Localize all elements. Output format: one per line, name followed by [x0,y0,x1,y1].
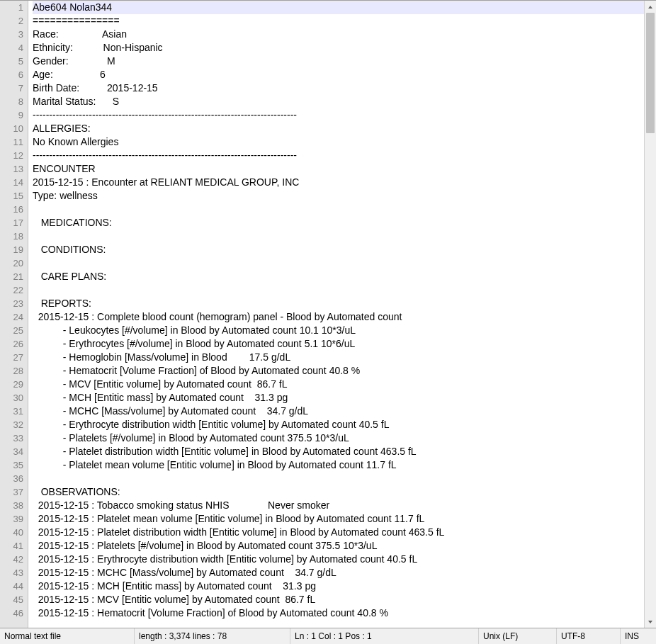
line-number: 13 [0,162,23,176]
line-number: 12 [0,149,23,162]
status-filetype: Normal text file [0,628,135,644]
text-line[interactable]: - Hematocrit [Volume Fraction] of Blood … [33,364,656,378]
text-line[interactable]: 2015-12-15 : MCV [Entitic volume] by Aut… [33,593,656,606]
scroll-up-button[interactable] [645,1,656,13]
line-number: 1 [0,1,23,14]
text-line[interactable]: 2015-12-15 : MCH [Entitic mass] by Autom… [33,580,656,593]
line-number: 15 [0,189,23,203]
line-number: 21 [0,270,23,283]
text-line[interactable]: MEDICATIONS: [33,216,656,230]
text-line[interactable]: - Erythrocyte distribution width [Entiti… [33,418,656,431]
text-line[interactable]: - Erythrocytes [#/volume] in Blood by Au… [33,337,656,351]
text-line[interactable]: REPORTS: [33,297,656,310]
line-number: 7 [0,81,23,95]
line-number: 35 [0,458,23,472]
line-number: 40 [0,526,23,539]
text-line[interactable]: No Known Allergies [33,135,656,149]
line-number: 6 [0,68,23,81]
line-number: 16 [0,203,23,216]
text-line[interactable]: 2015-12-15 : Erythrocyte distribution wi… [33,553,656,566]
text-line[interactable]: 2015-12-15 : Platelet mean volume [Entit… [33,512,656,526]
scrollbar-track[interactable] [645,13,656,616]
text-line[interactable]: Abe604 Nolan344 [33,1,656,14]
text-line[interactable]: ----------------------------------------… [33,149,656,162]
text-line[interactable]: 2015-12-15 : Platelets [#/volume] in Blo… [33,539,656,553]
text-line[interactable]: 2015-12-15 : Platelet distribution width… [33,526,656,539]
line-number: 9 [0,108,23,122]
text-line[interactable]: 2015-12-15 : MCHC [Mass/volume] by Autom… [33,566,656,580]
line-number: 33 [0,431,23,445]
text-line[interactable]: - Platelet distribution width [Entitic v… [33,445,656,458]
text-line[interactable] [33,256,656,270]
status-mode: INS [621,628,656,644]
line-number-gutter: 1234567891011121314151617181920212223242… [0,1,28,628]
line-number: 36 [0,472,23,485]
status-eol: Unix (LF) [479,628,557,644]
line-number: 4 [0,41,23,55]
text-line[interactable]: - MCV [Entitic volume] by Automated coun… [33,378,656,391]
text-line[interactable]: CARE PLANS: [33,270,656,283]
line-number: 22 [0,283,23,297]
text-line[interactable] [33,203,656,216]
status-length: length : 3,374 lines : 78 [135,628,290,644]
editor[interactable]: 1234567891011121314151617181920212223242… [0,0,656,628]
text-line[interactable]: Age: 6 [33,68,656,81]
text-line[interactable]: - Platelets [#/volume] in Blood by Autom… [33,431,656,445]
text-line[interactable] [33,283,656,297]
text-line[interactable] [33,230,656,243]
text-line[interactable]: Birth Date: 2015-12-15 [33,81,656,95]
line-number: 39 [0,512,23,526]
line-number: 20 [0,256,23,270]
line-number: 37 [0,485,23,499]
status-encoding: UTF-8 [557,628,621,644]
line-number: 23 [0,297,23,310]
text-line[interactable]: CONDITIONS: [33,243,656,256]
text-line[interactable]: - Leukocytes [#/volume] in Blood by Auto… [33,324,656,337]
line-number: 31 [0,405,23,418]
text-line[interactable]: 2015-12-15 : Tobacco smoking status NHIS… [33,499,656,512]
text-line[interactable]: 2015-12-15 : Encounter at RELIANT MEDICA… [33,176,656,189]
text-line[interactable]: - Platelet mean volume [Entitic volume] … [33,458,656,472]
text-area[interactable]: Abe604 Nolan344===============Race: Asia… [28,1,656,628]
text-line[interactable]: 2015-12-15 : Hematocrit [Volume Fraction… [33,606,656,620]
line-number: 44 [0,580,23,593]
line-number: 34 [0,445,23,458]
line-number: 26 [0,337,23,351]
line-number: 30 [0,391,23,405]
text-line[interactable]: OBSERVATIONS: [33,485,656,499]
line-number: 24 [0,310,23,324]
line-number: 42 [0,553,23,566]
line-number: 18 [0,230,23,243]
line-number: 2 [0,14,23,28]
line-number: 8 [0,95,23,108]
line-number: 28 [0,364,23,378]
text-line[interactable]: ALLERGIES: [33,122,656,135]
line-number: 3 [0,28,23,41]
text-line[interactable]: =============== [33,14,656,28]
line-number: 41 [0,539,23,553]
text-line[interactable]: ----------------------------------------… [33,108,656,122]
text-line[interactable]: ENCOUNTER [33,162,656,176]
scrollbar-thumb[interactable] [646,13,655,133]
vertical-scrollbar[interactable] [644,1,656,628]
line-number: 17 [0,216,23,230]
text-line[interactable]: - MCH [Entitic mass] by Automated count … [33,391,656,405]
line-number: 10 [0,122,23,135]
text-line[interactable]: Type: wellness [33,189,656,203]
text-line[interactable]: 2015-12-15 : Complete blood count (hemog… [33,310,656,324]
text-line[interactable]: Marital Status: S [33,95,656,108]
text-line[interactable]: - MCHC [Mass/volume] by Automated count … [33,405,656,418]
line-number: 32 [0,418,23,431]
text-line[interactable]: Gender: M [33,55,656,68]
line-number: 5 [0,55,23,68]
text-line[interactable]: Race: Asian [33,28,656,41]
status-position: Ln : 1 Col : 1 Pos : 1 [290,628,479,644]
line-number: 46 [0,606,23,620]
text-line[interactable]: - Hemoglobin [Mass/volume] in Blood 17.5… [33,351,656,364]
line-number: 19 [0,243,23,256]
scroll-down-button[interactable] [645,616,656,628]
line-number: 38 [0,499,23,512]
text-line[interactable]: Ethnicity: Non-Hispanic [33,41,656,55]
text-line[interactable] [33,472,656,485]
line-number: 43 [0,566,23,580]
